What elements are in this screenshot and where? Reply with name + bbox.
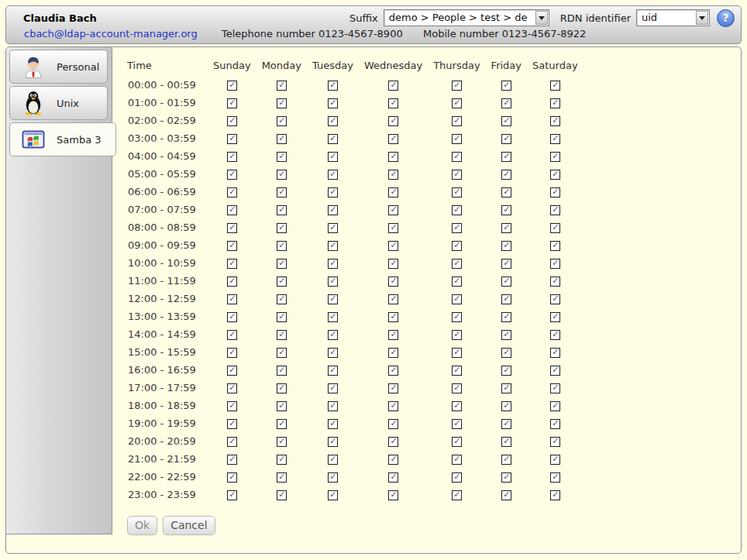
checkbox-tuesday-05[interactable]: ✓: [328, 170, 338, 180]
checkbox-friday-14[interactable]: ✓: [501, 330, 511, 340]
checkbox-saturday-09[interactable]: ✓: [550, 241, 560, 251]
checkbox-thursday-01[interactable]: ✓: [452, 98, 462, 108]
checkbox-thursday-20[interactable]: ✓: [452, 437, 462, 447]
checkbox-thursday-06[interactable]: ✓: [452, 187, 462, 198]
checkbox-sunday-21[interactable]: ✓: [227, 455, 237, 465]
help-icon[interactable]: ?: [717, 9, 735, 27]
checkbox-thursday-10[interactable]: ✓: [452, 259, 462, 269]
checkbox-wednesday-22[interactable]: ✓: [388, 472, 398, 483]
checkbox-monday-06[interactable]: ✓: [277, 187, 287, 198]
checkbox-thursday-16[interactable]: ✓: [452, 366, 462, 376]
checkbox-sunday-15[interactable]: ✓: [227, 348, 237, 358]
checkbox-saturday-11[interactable]: ✓: [550, 277, 560, 287]
checkbox-wednesday-23[interactable]: ✓: [388, 490, 398, 500]
checkbox-monday-20[interactable]: ✓: [277, 437, 287, 447]
checkbox-wednesday-16[interactable]: ✓: [388, 366, 398, 376]
checkbox-friday-08[interactable]: ✓: [501, 223, 511, 233]
checkbox-tuesday-19[interactable]: ✓: [328, 419, 338, 429]
checkbox-saturday-19[interactable]: ✓: [550, 419, 560, 429]
checkbox-monday-15[interactable]: ✓: [277, 348, 287, 358]
checkbox-wednesday-07[interactable]: ✓: [388, 205, 398, 215]
checkbox-tuesday-23[interactable]: ✓: [328, 490, 338, 500]
checkbox-wednesday-17[interactable]: ✓: [388, 383, 398, 393]
checkbox-tuesday-07[interactable]: ✓: [328, 205, 338, 215]
checkbox-tuesday-10[interactable]: ✓: [328, 259, 338, 269]
checkbox-friday-07[interactable]: ✓: [501, 205, 511, 215]
checkbox-thursday-08[interactable]: ✓: [452, 223, 462, 233]
checkbox-monday-10[interactable]: ✓: [277, 259, 287, 269]
checkbox-saturday-22[interactable]: ✓: [550, 472, 560, 483]
checkbox-wednesday-12[interactable]: ✓: [388, 294, 398, 304]
checkbox-friday-21[interactable]: ✓: [501, 455, 511, 465]
checkbox-wednesday-03[interactable]: ✓: [388, 134, 398, 144]
checkbox-saturday-07[interactable]: ✓: [550, 205, 560, 215]
chevron-down-icon[interactable]: [535, 11, 548, 25]
checkbox-thursday-00[interactable]: ✓: [452, 81, 462, 91]
checkbox-tuesday-12[interactable]: ✓: [328, 294, 338, 304]
checkbox-sunday-12[interactable]: ✓: [227, 294, 237, 304]
checkbox-friday-18[interactable]: ✓: [501, 401, 511, 411]
checkbox-wednesday-19[interactable]: ✓: [388, 419, 398, 429]
checkbox-saturday-05[interactable]: ✓: [550, 170, 560, 180]
checkbox-saturday-01[interactable]: ✓: [550, 98, 560, 108]
checkbox-monday-11[interactable]: ✓: [277, 277, 287, 287]
checkbox-wednesday-14[interactable]: ✓: [388, 330, 398, 340]
checkbox-tuesday-11[interactable]: ✓: [328, 277, 338, 287]
tab-unix[interactable]: Unix: [9, 86, 108, 120]
ok-button[interactable]: Ok: [127, 516, 157, 535]
checkbox-saturday-16[interactable]: ✓: [550, 366, 560, 376]
checkbox-sunday-07[interactable]: ✓: [227, 205, 237, 215]
email-link[interactable]: cbach@ldap-account-manager.org: [24, 28, 198, 40]
checkbox-monday-21[interactable]: ✓: [277, 455, 287, 465]
checkbox-saturday-06[interactable]: ✓: [550, 187, 560, 198]
checkbox-saturday-18[interactable]: ✓: [550, 401, 560, 411]
checkbox-sunday-01[interactable]: ✓: [227, 98, 237, 108]
checkbox-saturday-10[interactable]: ✓: [550, 259, 560, 269]
checkbox-thursday-04[interactable]: ✓: [452, 152, 462, 162]
checkbox-thursday-03[interactable]: ✓: [452, 134, 462, 144]
checkbox-friday-16[interactable]: ✓: [501, 366, 511, 376]
checkbox-saturday-15[interactable]: ✓: [550, 348, 560, 358]
checkbox-friday-04[interactable]: ✓: [501, 152, 511, 162]
checkbox-wednesday-00[interactable]: ✓: [388, 81, 398, 91]
rdn-identifier-select[interactable]: uid: [636, 9, 710, 26]
checkbox-tuesday-16[interactable]: ✓: [328, 366, 338, 376]
checkbox-tuesday-00[interactable]: ✓: [328, 81, 338, 91]
checkbox-saturday-23[interactable]: ✓: [550, 490, 560, 500]
checkbox-tuesday-08[interactable]: ✓: [328, 223, 338, 233]
checkbox-monday-03[interactable]: ✓: [277, 134, 287, 144]
checkbox-monday-00[interactable]: ✓: [277, 81, 287, 91]
checkbox-sunday-14[interactable]: ✓: [227, 330, 237, 340]
suffix-select[interactable]: demo > People > test > de: [384, 9, 549, 26]
checkbox-tuesday-03[interactable]: ✓: [328, 134, 338, 144]
checkbox-monday-18[interactable]: ✓: [277, 401, 287, 411]
checkbox-monday-14[interactable]: ✓: [277, 330, 287, 340]
checkbox-sunday-13[interactable]: ✓: [227, 312, 237, 322]
checkbox-saturday-21[interactable]: ✓: [550, 455, 560, 465]
checkbox-friday-10[interactable]: ✓: [501, 259, 511, 269]
checkbox-sunday-23[interactable]: ✓: [227, 490, 237, 500]
checkbox-friday-11[interactable]: ✓: [501, 277, 511, 287]
checkbox-tuesday-02[interactable]: ✓: [328, 116, 338, 126]
checkbox-tuesday-17[interactable]: ✓: [328, 383, 338, 393]
checkbox-friday-23[interactable]: ✓: [501, 490, 511, 500]
checkbox-thursday-19[interactable]: ✓: [452, 419, 462, 429]
checkbox-sunday-10[interactable]: ✓: [227, 259, 237, 269]
checkbox-saturday-20[interactable]: ✓: [550, 437, 560, 447]
checkbox-monday-02[interactable]: ✓: [277, 116, 287, 126]
checkbox-monday-17[interactable]: ✓: [277, 383, 287, 393]
checkbox-thursday-18[interactable]: ✓: [452, 401, 462, 411]
tab-personal[interactable]: Personal: [9, 50, 108, 84]
checkbox-sunday-20[interactable]: ✓: [227, 437, 237, 447]
checkbox-thursday-13[interactable]: ✓: [452, 312, 462, 322]
checkbox-tuesday-01[interactable]: ✓: [328, 98, 338, 108]
checkbox-wednesday-21[interactable]: ✓: [388, 455, 398, 465]
checkbox-thursday-02[interactable]: ✓: [452, 116, 462, 126]
checkbox-friday-02[interactable]: ✓: [501, 116, 511, 126]
checkbox-wednesday-13[interactable]: ✓: [388, 312, 398, 322]
checkbox-sunday-00[interactable]: ✓: [227, 81, 237, 91]
checkbox-wednesday-20[interactable]: ✓: [388, 437, 398, 447]
checkbox-monday-04[interactable]: ✓: [277, 152, 287, 162]
checkbox-wednesday-08[interactable]: ✓: [388, 223, 398, 233]
checkbox-thursday-07[interactable]: ✓: [452, 205, 462, 215]
